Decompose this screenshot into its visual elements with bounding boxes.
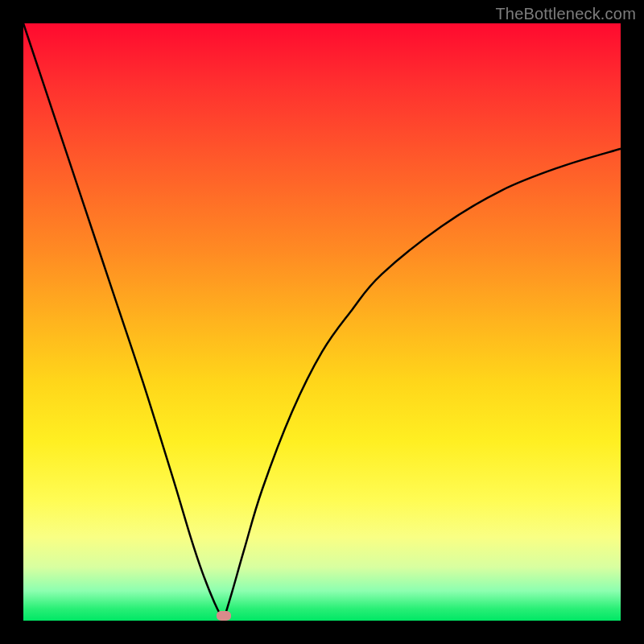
curve-left-branch [23, 23, 224, 621]
bottleneck-curve [23, 23, 621, 621]
minimum-marker [217, 611, 231, 621]
watermark-text: TheBottleneck.com [495, 5, 636, 23]
curve-right-branch [224, 149, 621, 621]
chart-frame: TheBottleneck.com [0, 0, 644, 644]
plot-area [23, 23, 621, 621]
